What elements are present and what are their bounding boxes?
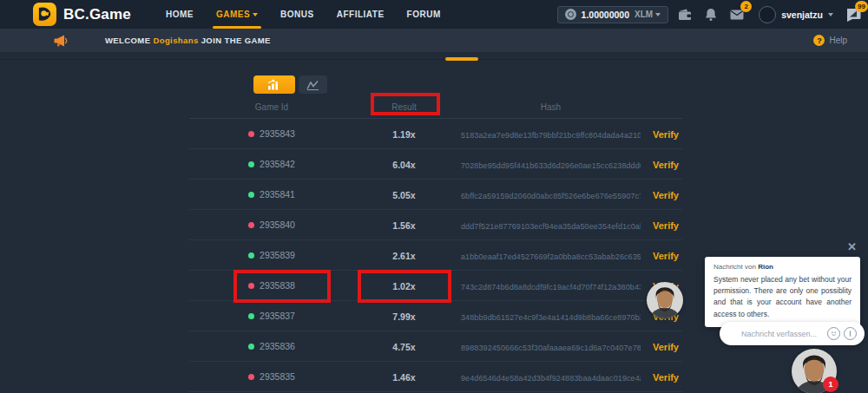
nav-item-games[interactable]: GAMES	[216, 10, 258, 19]
main-nav: HOME GAMES BONUS AFFILIATE FORUM	[166, 10, 441, 19]
result-cell: 1.46x	[354, 369, 454, 384]
emoji-icon[interactable]	[827, 327, 840, 340]
notifications-button[interactable]	[701, 5, 720, 24]
question-mark-icon: ?	[813, 35, 825, 46]
view-toggle-group	[253, 75, 327, 94]
username-label: svenjatzu	[781, 10, 823, 20]
status-dot-icon	[248, 313, 254, 319]
result-value: 1.19x	[392, 129, 415, 140]
result-cell: 6.04x	[354, 156, 454, 172]
nav-item-label: FORUM	[407, 10, 441, 19]
verify-cell: Verify	[641, 217, 682, 233]
logo-text[interactable]: BC.Game	[63, 6, 131, 23]
result-cell: 5.05x	[354, 187, 454, 202]
chat-from-line: Nachricht von Rion	[713, 263, 852, 271]
verify-link[interactable]: Verify	[653, 342, 679, 352]
help-button[interactable]: ? Help	[813, 35, 847, 46]
verify-link[interactable]: Verify	[653, 129, 679, 140]
hash-value: a1bb0eaaf17ed4527669f2a0bba8cc53abab26c6…	[461, 252, 641, 261]
chat-from-label: Nachricht von	[713, 263, 756, 271]
verify-link[interactable]: Verify	[653, 372, 679, 383]
game-id-cell: 2935835	[189, 371, 354, 382]
nav-item-forum[interactable]: FORUM	[407, 10, 441, 19]
result-value: 1.56x	[392, 220, 415, 231]
table-row: 2935837 7.99x 348bb9db61527e4c9f3e4a1414…	[189, 301, 682, 331]
game-id-cell: 2935841	[189, 189, 354, 200]
game-id-value[interactable]: 2935843	[260, 128, 295, 139]
result-cell: 2.61x	[354, 247, 454, 263]
chat-message-input[interactable]	[741, 330, 827, 338]
info-icon[interactable]	[844, 327, 857, 340]
active-tab-indicator	[445, 57, 478, 61]
verify-link[interactable]: Verify	[653, 160, 679, 170]
welcome-message: WELCOME Dogishans JOIN THE GAME	[105, 36, 271, 45]
welcome-username[interactable]: Dogishans	[153, 36, 198, 45]
game-id-value[interactable]: 2935842	[260, 159, 295, 169]
game-id-value[interactable]: 2935835	[260, 371, 295, 382]
result-value: 2.61x	[392, 251, 415, 261]
verify-cell: Verify	[641, 156, 682, 172]
game-id-cell: 2935837	[189, 311, 354, 321]
wallet-button[interactable]	[675, 5, 694, 24]
verify-link[interactable]: Verify	[653, 190, 679, 200]
result-cell: 1.19x	[354, 126, 454, 141]
chat-close-icon[interactable]: ✕	[847, 241, 857, 252]
top-header: BC.Game HOME GAMES BONUS AFFILIATE FORUM…	[0, 0, 868, 29]
sender-portrait-icon	[647, 282, 683, 318]
game-id-cell: 2935843	[189, 128, 354, 139]
game-id-value[interactable]: 2935841	[260, 189, 295, 200]
hash-value: ddd7f521e87769103ecf94ea35da50ee354efd1c…	[461, 222, 641, 231]
game-id-cell: 2935842	[189, 159, 354, 169]
composer-icons	[827, 327, 857, 340]
verify-cell: Verify	[641, 187, 682, 202]
mail-button[interactable]: 2	[727, 5, 746, 24]
verify-link[interactable]: Verify	[653, 251, 679, 261]
bar-chart-icon	[267, 79, 281, 90]
result-cell: 7.99x	[354, 308, 454, 324]
hash-cell: 7028be95dd95f441b633d6d296e0ae15cc6238dd…	[454, 156, 641, 172]
bcgame-logo-icon[interactable]	[33, 3, 56, 26]
game-id-value[interactable]: 2935839	[260, 250, 295, 260]
user-menu[interactable]: svenjatzu	[759, 6, 833, 23]
chat-message-text: System never placed any bet without your…	[713, 274, 852, 320]
game-id-value[interactable]: 2935836	[260, 341, 295, 351]
hash-value: 7028be95dd95f441b633d6d296e0ae15cc6238dd…	[461, 161, 641, 170]
chat-toggle-button[interactable]: 99	[844, 5, 863, 24]
hash-value: 348bb9db61527e4c9f3e4a1414d9b8ba66ce8970…	[461, 313, 641, 322]
table-view-button[interactable]	[253, 75, 295, 94]
nav-item-affiliate[interactable]: AFFILIATE	[337, 10, 385, 19]
balance-selector[interactable]: 1.00000000 XLM	[557, 6, 669, 23]
chat-sender-avatar[interactable]	[647, 282, 683, 318]
trend-view-button[interactable]	[299, 75, 327, 94]
table-row: 2935836 4.75x 8988392450666c53f30afaaaea…	[189, 331, 682, 362]
result-value: 5.05x	[392, 190, 415, 200]
chat-bubble-avatar[interactable]: 1	[792, 349, 837, 393]
hash-cell: ddd7f521e87769103ecf94ea35da50ee354efd1c…	[454, 217, 641, 233]
content-top-divider	[0, 59, 868, 60]
nav-item-label: HOME	[166, 10, 194, 19]
annotation-box-result-1-02x	[358, 270, 451, 303]
status-dot-icon	[248, 344, 254, 350]
result-value: 4.75x	[392, 342, 415, 352]
nav-item-home[interactable]: HOME	[166, 10, 194, 19]
table-row: 2935843 1.19x 5183a2ea7e9d8e13fb79bbf21b…	[189, 119, 682, 149]
verify-cell: Verify	[641, 126, 682, 141]
status-dot-icon	[248, 192, 254, 198]
chevron-down-icon	[655, 13, 661, 16]
hash-value: 743c2d874b6d8a8dcdf9fc19acf4d70f74f12a38…	[461, 283, 641, 291]
nav-item-bonus[interactable]: BONUS	[280, 10, 314, 19]
verify-link[interactable]: Verify	[653, 220, 679, 231]
status-dot-icon	[248, 252, 254, 259]
currency-dropdown[interactable]: XLM	[635, 10, 661, 19]
game-id-value[interactable]: 2935837	[260, 311, 295, 321]
game-id-value[interactable]: 2935840	[260, 219, 295, 230]
currency-label: XLM	[635, 10, 653, 19]
nav-item-label: AFFILIATE	[337, 10, 385, 19]
hash-cell: 6bffc2a59159d2060d0abc85f526e6be676e5590…	[454, 187, 641, 202]
welcome-prefix: WELCOME	[105, 36, 150, 45]
game-id-cell: 2935839	[189, 250, 354, 260]
balance-amount: 1.00000000	[582, 10, 629, 20]
table-row: 2935842 6.04x 7028be95dd95f441b633d6d296…	[189, 149, 682, 180]
wallet-icon	[678, 9, 692, 21]
status-dot-icon	[248, 374, 254, 380]
